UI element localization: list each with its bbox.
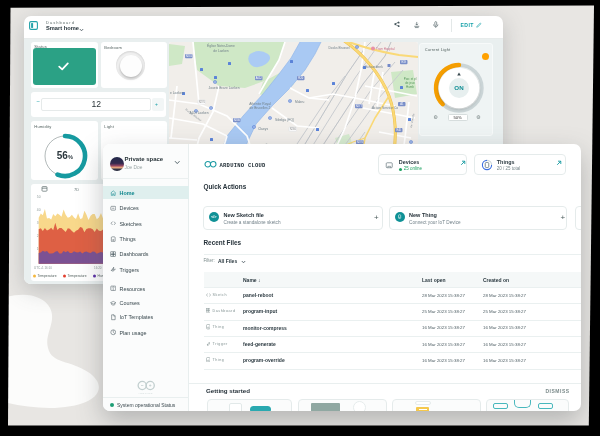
svg-text:50: 50 [37,195,41,199]
svg-text:Mabru: Mabru [295,100,305,104]
svg-text:R20: R20 [299,77,304,81]
svg-text:16:20: 16:20 [94,266,102,270]
svg-text:E40: E40 [397,129,402,133]
svg-text:N266: N266 [290,128,297,132]
svg-text:Temperature: Temperature [37,274,56,278]
svg-text:de Laeken: de Laeken [214,49,230,53]
svg-text:Humb: Humb [406,85,414,89]
svg-text:7D: 7D [74,187,79,192]
svg-text:N230: N230 [234,119,241,123]
svg-text:N277: N277 [356,105,363,109]
svg-text:Docks Bruxsel: Docks Bruxsel [329,46,350,50]
svg-text:Jouets Broze Laeken: Jouets Broze Laeken [209,86,240,90]
svg-text:40: 40 [37,208,41,212]
svg-text:de Bruxelles 2: de Bruxelles 2 [250,106,271,110]
svg-text:E19: E19 [402,61,407,65]
svg-text:Schaerbeek: Schaerbeek [365,65,383,69]
svg-text:A012: A012 [256,77,263,81]
svg-text:N276: N276 [199,101,206,105]
svg-text:UTC+1 16:10: UTC+1 16:10 [34,266,52,270]
svg-text:A1: A1 [400,103,404,107]
svg-text:Église Notre-Dame: Église Notre-Dame [207,43,235,48]
svg-text:N231: N231 [186,55,193,59]
svg-text:Sibelga (HQ): Sibelga (HQ) [275,118,294,122]
svg-text:Tram Hospital: Tram Hospital [376,47,395,51]
svg-text:Action Service Co: Action Service Co [372,106,398,110]
svg-text:Claeys: Claeys [258,127,268,131]
svg-text:e Laeken: e Laeken [170,91,184,95]
svg-text:Temperature: Temperature [67,274,86,278]
svg-text:ON: ON [454,84,464,91]
